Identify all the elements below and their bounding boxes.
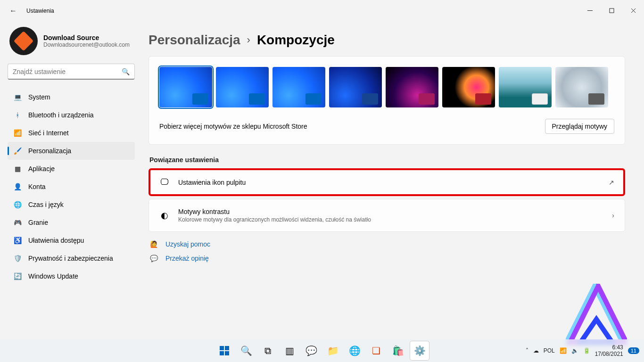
- setting-title: Motywy kontrastu: [178, 208, 371, 215]
- sidebar-item-label: Czas i język: [28, 201, 64, 208]
- theme-option[interactable]: [555, 67, 608, 107]
- chat[interactable]: 💬: [302, 341, 321, 360]
- sidebar-item-label: Aplikacje: [28, 165, 55, 173]
- language-indicator[interactable]: POL: [544, 347, 555, 354]
- settings-app[interactable]: ⚙️: [410, 341, 429, 360]
- time: 6:43: [595, 344, 623, 351]
- help-links: 🙋 Uzyskaj pomoc 💬 Przekaż opinię: [149, 240, 625, 262]
- sidebar-item-apps[interactable]: ▦ Aplikacje: [8, 160, 135, 178]
- close-button[interactable]: [622, 3, 644, 18]
- svg-rect-5: [220, 346, 224, 350]
- chevron-right-icon: ›: [247, 34, 250, 46]
- browse-themes-button[interactable]: Przeglądaj motywy: [545, 119, 615, 134]
- svg-rect-0: [610, 8, 614, 13]
- chevron-right-icon: ›: [612, 212, 614, 219]
- sidebar-item-system[interactable]: 💻 System: [8, 88, 135, 106]
- external-link-icon: ↗: [609, 179, 614, 186]
- breadcrumb: Personalizacja › Kompozycje: [149, 33, 625, 48]
- widgets[interactable]: ▥: [280, 341, 299, 360]
- edge-icon: 🌐: [349, 345, 361, 356]
- setting-title: Ustawienia ikon pulpitu: [178, 179, 246, 186]
- feedback-icon: 💬: [149, 255, 158, 262]
- sidebar-item-time-language[interactable]: 🌐 Czas i język: [8, 196, 135, 214]
- back-button[interactable]: ←: [4, 7, 23, 15]
- taskbar: 🔍 ⧉ ▥ 💬 📁 🌐 ❏ 🛍️ ⚙️ ˄ ☁ POL 📶 🔈 🔋 6:43 1…: [0, 339, 644, 362]
- breadcrumb-parent[interactable]: Personalizacja: [149, 33, 240, 48]
- minimize-icon: [587, 8, 593, 13]
- sidebar-item-accessibility[interactable]: ♿ Ułatwienia dostępu: [8, 231, 135, 249]
- onedrive-icon[interactable]: ☁: [533, 347, 539, 354]
- theme-option[interactable]: [442, 67, 495, 107]
- page-title: Kompozycje: [257, 33, 335, 48]
- theme-option[interactable]: [159, 67, 212, 107]
- get-help-link[interactable]: 🙋 Uzyskaj pomoc: [149, 240, 625, 248]
- sidebar-item-label: Windows Update: [28, 272, 78, 280]
- gamepad-icon: 🎮: [13, 219, 22, 226]
- give-feedback-link[interactable]: 💬 Przekaż opinię: [149, 255, 625, 262]
- content: Personalizacja › Kompozycje Pobierz więc…: [144, 21, 644, 339]
- chevron-up-icon[interactable]: ˄: [526, 347, 528, 354]
- wifi-icon[interactable]: 📶: [560, 347, 567, 354]
- store-row: Pobierz więcej motywów ze sklepu Microso…: [149, 112, 625, 144]
- search-input[interactable]: [13, 68, 122, 75]
- start-button[interactable]: [215, 341, 234, 360]
- svg-rect-7: [220, 351, 224, 355]
- sidebar-item-label: Konta: [28, 183, 46, 190]
- wifi-icon: 📶: [13, 129, 22, 137]
- theme-option[interactable]: [272, 67, 325, 107]
- paintbrush-icon: 🖌️: [13, 147, 22, 155]
- system-icon: 💻: [13, 93, 22, 101]
- search-box[interactable]: 🔍: [8, 64, 135, 80]
- minimize-button[interactable]: [579, 3, 601, 18]
- theme-option[interactable]: [499, 67, 552, 107]
- sidebar-item-windows-update[interactable]: 🔄 Windows Update: [8, 267, 135, 285]
- store-icon: 🛍️: [392, 345, 404, 356]
- sidebar-item-personalization[interactable]: 🖌️ Personalizacja: [8, 142, 135, 160]
- sidebar-item-bluetooth[interactable]: ᚼ Bluetooth i urządzenia: [8, 106, 135, 124]
- theme-option[interactable]: [216, 67, 269, 107]
- desktop-icon-settings-row[interactable]: 🖵 Ustawienia ikon pulpitu ↗: [149, 168, 625, 196]
- store[interactable]: 🛍️: [388, 341, 407, 360]
- sidebar-item-network[interactable]: 📶 Sieć i Internet: [8, 124, 135, 142]
- widgets-icon: ▥: [285, 345, 294, 356]
- profile-name: Download Source: [43, 34, 130, 41]
- file-explorer[interactable]: 📁: [323, 341, 342, 360]
- sidebar-item-label: System: [28, 93, 50, 101]
- notifications-badge[interactable]: 11: [628, 347, 639, 354]
- sidebar-item-gaming[interactable]: 🎮 Granie: [8, 214, 135, 231]
- edge[interactable]: 🌐: [345, 341, 364, 360]
- sidebar-item-accounts[interactable]: 👤 Konta: [8, 178, 135, 196]
- profile[interactable]: Download Source Downloadsourcenet@outloo…: [9, 27, 144, 55]
- clock[interactable]: 6:43 17/08/2021: [595, 344, 623, 358]
- theme-option[interactable]: [386, 67, 438, 107]
- sidebar-item-label: Bluetooth i urządzenia: [28, 111, 94, 119]
- themes-card: Pobierz więcej motywów ze sklepu Microso…: [149, 56, 625, 145]
- bluetooth-icon: ᚼ: [13, 111, 22, 119]
- taskbar-search[interactable]: 🔍: [237, 341, 256, 360]
- sidebar-item-label: Personalizacja: [28, 147, 71, 155]
- battery-icon[interactable]: 🔋: [583, 347, 590, 354]
- shield-icon: 🛡️: [13, 255, 22, 262]
- close-icon: [631, 8, 636, 13]
- link-label: Uzyskaj pomoc: [165, 240, 210, 248]
- setting-subtitle: Kolorowe motywy dla ograniczonych możliw…: [178, 216, 371, 223]
- sidebar: Download Source Downloadsourcenet@outloo…: [0, 21, 144, 339]
- theme-option[interactable]: [329, 67, 382, 107]
- system-tray[interactable]: ˄ ☁ POL 📶 🔈 🔋 6:43 17/08/2021 11: [526, 344, 639, 358]
- monitor-icon: 🖵: [159, 177, 170, 187]
- avatar: [9, 27, 38, 55]
- contrast-themes-row[interactable]: ◐ Motywy kontrastu Kolorowe motywy dla o…: [149, 199, 625, 232]
- store-label: Pobierz więcej motywów ze sklepu Microso…: [159, 123, 307, 130]
- windows-icon: [219, 346, 230, 356]
- sidebar-item-privacy[interactable]: 🛡️ Prywatność i zabezpieczenia: [8, 249, 135, 267]
- svg-rect-6: [225, 346, 229, 350]
- search-icon: 🔍: [122, 68, 130, 75]
- gear-icon: ⚙️: [414, 345, 426, 356]
- maximize-button[interactable]: [601, 3, 622, 18]
- office[interactable]: ❏: [367, 341, 386, 360]
- window-title: Ustawienia: [26, 8, 54, 14]
- related-settings-heading: Powiązane ustawienia: [149, 156, 625, 164]
- task-view[interactable]: ⧉: [258, 341, 277, 360]
- theme-grid: [149, 57, 625, 112]
- volume-icon[interactable]: 🔈: [571, 347, 578, 354]
